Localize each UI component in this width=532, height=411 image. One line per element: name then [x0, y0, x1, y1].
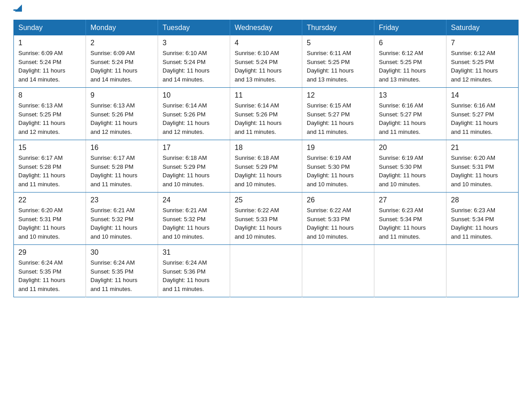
calendar-cell: [446, 245, 519, 297]
day-info: Sunrise: 6:18 AMSunset: 5:29 PMDaylight:…: [163, 154, 225, 188]
day-number: 20: [379, 144, 442, 152]
calendar-cell: 1Sunrise: 6:09 AMSunset: 5:24 PMDaylight…: [14, 35, 86, 88]
calendar-cell: 12Sunrise: 6:15 AMSunset: 5:27 PMDayligh…: [302, 88, 374, 140]
day-number: 18: [235, 144, 297, 152]
day-number: 16: [90, 144, 153, 152]
week-row-2: 8Sunrise: 6:13 AMSunset: 5:25 PMDaylight…: [14, 88, 519, 140]
day-header-monday: Monday: [86, 20, 158, 36]
calendar-cell: 26Sunrise: 6:22 AMSunset: 5:33 PMDayligh…: [302, 193, 374, 245]
day-info: Sunrise: 6:20 AMSunset: 5:31 PMDaylight:…: [18, 206, 81, 241]
day-info: Sunrise: 6:22 AMSunset: 5:33 PMDaylight:…: [235, 206, 297, 241]
day-number: 5: [307, 39, 369, 47]
day-info: Sunrise: 6:22 AMSunset: 5:33 PMDaylight:…: [307, 206, 369, 241]
day-info: Sunrise: 6:12 AMSunset: 5:25 PMDaylight:…: [379, 49, 442, 84]
calendar-cell: 3Sunrise: 6:10 AMSunset: 5:24 PMDaylight…: [158, 35, 230, 88]
calendar-cell: 25Sunrise: 6:22 AMSunset: 5:33 PMDayligh…: [230, 193, 302, 245]
day-info: Sunrise: 6:20 AMSunset: 5:31 PMDaylight:…: [451, 154, 514, 188]
day-info: Sunrise: 6:19 AMSunset: 5:30 PMDaylight:…: [307, 154, 369, 188]
week-row-4: 22Sunrise: 6:20 AMSunset: 5:31 PMDayligh…: [14, 193, 519, 245]
calendar-cell: 13Sunrise: 6:16 AMSunset: 5:27 PMDayligh…: [374, 88, 446, 140]
calendar-cell: [374, 245, 446, 297]
calendar-cell: 24Sunrise: 6:21 AMSunset: 5:32 PMDayligh…: [158, 193, 230, 245]
calendar-cell: 28Sunrise: 6:23 AMSunset: 5:34 PMDayligh…: [446, 193, 519, 245]
day-header-thursday: Thursday: [302, 20, 374, 36]
calendar-cell: 19Sunrise: 6:19 AMSunset: 5:30 PMDayligh…: [302, 140, 374, 193]
day-number: 19: [307, 144, 369, 152]
day-number: 4: [235, 39, 297, 47]
calendar-cell: 18Sunrise: 6:18 AMSunset: 5:29 PMDayligh…: [230, 140, 302, 193]
day-number: 1: [18, 39, 81, 47]
day-info: Sunrise: 6:09 AMSunset: 5:24 PMDaylight:…: [90, 49, 153, 84]
day-info: Sunrise: 6:12 AMSunset: 5:25 PMDaylight:…: [451, 49, 514, 84]
day-number: 2: [90, 39, 153, 47]
day-info: Sunrise: 6:14 AMSunset: 5:26 PMDaylight:…: [235, 101, 297, 136]
day-number: 27: [379, 196, 442, 204]
day-number: 3: [163, 39, 225, 47]
logo-blue-text: [13, 9, 22, 11]
day-number: 10: [163, 91, 225, 99]
day-info: Sunrise: 6:11 AMSunset: 5:25 PMDaylight:…: [307, 49, 369, 84]
calendar-cell: 23Sunrise: 6:21 AMSunset: 5:32 PMDayligh…: [86, 193, 158, 245]
week-row-1: 1Sunrise: 6:09 AMSunset: 5:24 PMDaylight…: [14, 35, 519, 88]
day-number: 25: [235, 196, 297, 204]
day-info: Sunrise: 6:16 AMSunset: 5:27 PMDaylight:…: [379, 101, 442, 136]
day-number: 14: [451, 91, 514, 99]
calendar-cell: [302, 245, 374, 297]
day-header-saturday: Saturday: [446, 20, 519, 36]
day-info: Sunrise: 6:15 AMSunset: 5:27 PMDaylight:…: [307, 101, 369, 136]
day-header-friday: Friday: [374, 20, 446, 36]
day-header-sunday: Sunday: [14, 20, 86, 36]
calendar-cell: 31Sunrise: 6:24 AMSunset: 5:36 PMDayligh…: [158, 245, 230, 297]
calendar-cell: 27Sunrise: 6:23 AMSunset: 5:34 PMDayligh…: [374, 193, 446, 245]
week-row-5: 29Sunrise: 6:24 AMSunset: 5:35 PMDayligh…: [14, 245, 519, 297]
day-number: 24: [163, 196, 225, 204]
day-number: 28: [451, 196, 514, 204]
calendar-cell: 6Sunrise: 6:12 AMSunset: 5:25 PMDaylight…: [374, 35, 446, 88]
day-info: Sunrise: 6:14 AMSunset: 5:26 PMDaylight:…: [163, 101, 225, 136]
calendar-cell: 10Sunrise: 6:14 AMSunset: 5:26 PMDayligh…: [158, 88, 230, 140]
calendar-cell: 30Sunrise: 6:24 AMSunset: 5:35 PMDayligh…: [86, 245, 158, 297]
calendar-cell: 8Sunrise: 6:13 AMSunset: 5:25 PMDaylight…: [14, 88, 86, 140]
day-number: 6: [379, 39, 442, 47]
day-number: 17: [163, 144, 225, 152]
day-number: 31: [163, 248, 225, 257]
calendar-cell: 2Sunrise: 6:09 AMSunset: 5:24 PMDaylight…: [86, 35, 158, 88]
calendar-cell: 9Sunrise: 6:13 AMSunset: 5:26 PMDaylight…: [86, 88, 158, 140]
calendar-cell: 4Sunrise: 6:10 AMSunset: 5:24 PMDaylight…: [230, 35, 302, 88]
calendar-cell: 7Sunrise: 6:12 AMSunset: 5:25 PMDaylight…: [446, 35, 519, 88]
day-number: 12: [307, 91, 369, 99]
calendar-cell: [230, 245, 302, 297]
day-info: Sunrise: 6:09 AMSunset: 5:24 PMDaylight:…: [18, 49, 81, 84]
day-number: 8: [18, 91, 81, 99]
day-info: Sunrise: 6:17 AMSunset: 5:28 PMDaylight:…: [90, 154, 153, 188]
calendar-cell: 22Sunrise: 6:20 AMSunset: 5:31 PMDayligh…: [14, 193, 86, 245]
day-info: Sunrise: 6:24 AMSunset: 5:35 PMDaylight:…: [90, 258, 153, 293]
page-header: [13, 9, 519, 11]
calendar-cell: 16Sunrise: 6:17 AMSunset: 5:28 PMDayligh…: [86, 140, 158, 193]
week-row-3: 15Sunrise: 6:17 AMSunset: 5:28 PMDayligh…: [14, 140, 519, 193]
day-number: 23: [90, 196, 153, 204]
day-info: Sunrise: 6:24 AMSunset: 5:36 PMDaylight:…: [163, 258, 225, 293]
day-number: 22: [18, 196, 81, 204]
day-info: Sunrise: 6:10 AMSunset: 5:24 PMDaylight:…: [235, 49, 297, 84]
day-info: Sunrise: 6:13 AMSunset: 5:25 PMDaylight:…: [18, 101, 81, 136]
calendar-cell: 21Sunrise: 6:20 AMSunset: 5:31 PMDayligh…: [446, 140, 519, 193]
day-number: 30: [90, 248, 153, 257]
calendar-cell: 11Sunrise: 6:14 AMSunset: 5:26 PMDayligh…: [230, 88, 302, 140]
day-info: Sunrise: 6:18 AMSunset: 5:29 PMDaylight:…: [235, 154, 297, 188]
day-number: 21: [451, 144, 514, 152]
day-info: Sunrise: 6:23 AMSunset: 5:34 PMDaylight:…: [451, 206, 514, 241]
day-info: Sunrise: 6:13 AMSunset: 5:26 PMDaylight:…: [90, 101, 153, 136]
day-info: Sunrise: 6:21 AMSunset: 5:32 PMDaylight:…: [90, 206, 153, 241]
day-number: 7: [451, 39, 514, 47]
day-number: 11: [235, 91, 297, 99]
day-info: Sunrise: 6:10 AMSunset: 5:24 PMDaylight:…: [163, 49, 225, 84]
day-info: Sunrise: 6:21 AMSunset: 5:32 PMDaylight:…: [163, 206, 225, 241]
calendar-cell: 14Sunrise: 6:16 AMSunset: 5:27 PMDayligh…: [446, 88, 519, 140]
day-header-wednesday: Wednesday: [230, 20, 302, 36]
day-number: 29: [18, 248, 81, 257]
calendar-cell: 15Sunrise: 6:17 AMSunset: 5:28 PMDayligh…: [14, 140, 86, 193]
day-number: 13: [379, 91, 442, 99]
calendar-cell: 20Sunrise: 6:19 AMSunset: 5:30 PMDayligh…: [374, 140, 446, 193]
calendar-cell: 17Sunrise: 6:18 AMSunset: 5:29 PMDayligh…: [158, 140, 230, 193]
